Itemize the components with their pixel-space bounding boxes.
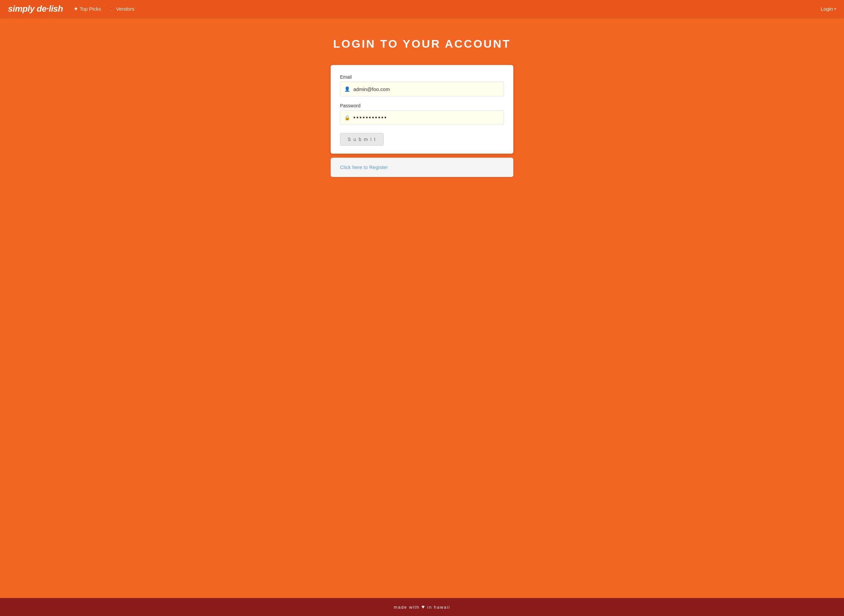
pin-icon (109, 6, 114, 12)
submit-button[interactable]: S u b m i t (340, 133, 384, 146)
login-dropdown[interactable]: Login ▾ (821, 6, 836, 12)
password-label: Password (340, 103, 504, 109)
chevron-down-icon: ▾ (834, 7, 836, 11)
email-label: Email (340, 74, 504, 80)
main-content: LOGIN TO YOUR ACCOUNT Email Password S u… (0, 17, 844, 598)
navbar: simply de·lish Top Picks Vendors Login ▾ (0, 0, 844, 17)
brand-name: simply de·lish (8, 4, 63, 14)
login-form-card: Email Password S u b m i t (331, 65, 513, 154)
nav-links: Top Picks Vendors (74, 6, 821, 12)
register-card: Click here to Register (331, 158, 513, 177)
footer: made with ♥ in hawaii (0, 598, 844, 616)
email-input-wrapper (340, 82, 504, 96)
email-input[interactable] (353, 87, 500, 92)
nav-vendors[interactable]: Vendors (109, 6, 134, 12)
star-icon (74, 6, 78, 12)
password-input-wrapper (340, 110, 504, 125)
in-hawaii-text: in hawaii (427, 605, 450, 610)
footer-text: made with ♥ in hawaii (7, 604, 837, 610)
heart-icon: ♥ (422, 604, 426, 610)
password-form-group: Password (340, 103, 504, 125)
made-with-text: made with (394, 605, 419, 610)
login-label: Login (821, 6, 833, 12)
register-link[interactable]: Click here to Register (340, 164, 388, 170)
email-form-group: Email (340, 74, 504, 96)
user-icon (344, 86, 350, 92)
vendors-label: Vendors (116, 6, 134, 12)
nav-top-picks[interactable]: Top Picks (74, 6, 101, 12)
top-picks-label: Top Picks (80, 6, 101, 12)
page-title: LOGIN TO YOUR ACCOUNT (333, 37, 511, 50)
password-input[interactable] (353, 114, 500, 121)
lock-icon (344, 115, 350, 121)
brand-logo[interactable]: simply de·lish (8, 4, 63, 14)
